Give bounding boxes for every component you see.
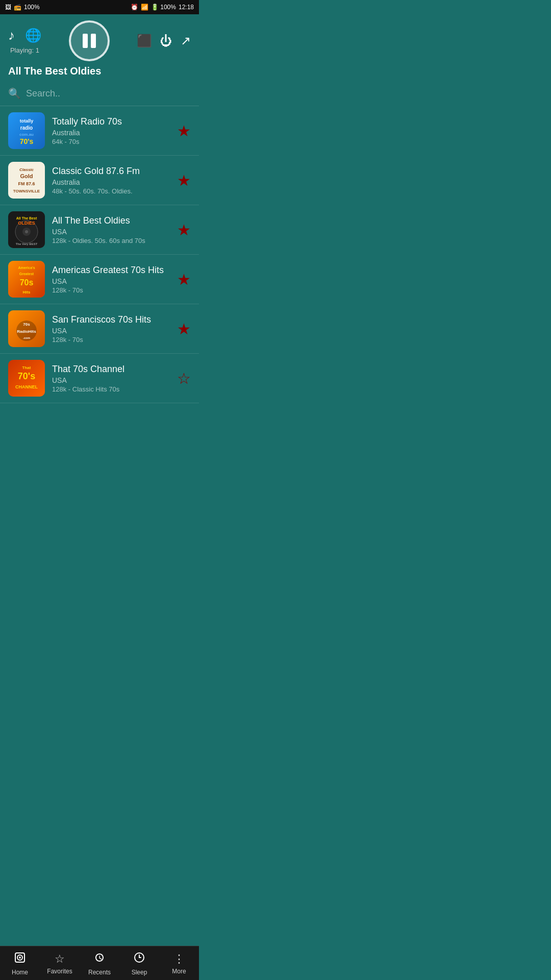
station-item[interactable]: All The Best OLDIES The Very BEST All Th… [0,205,199,255]
station-meta: 128k - Oldies. 50s. 60s and 70s [52,237,170,244]
status-bar: 🖼 📻 100% ⏰ 📶 🔋 100% 12:18 [0,0,199,14]
ctrl-left-group: ♪ 🌐 Playing: 1 [8,28,41,54]
wifi-icon: 📶 [141,4,148,11]
svg-text:70's: 70's [18,371,35,381]
pause-icon [83,34,96,48]
svg-point-14 [25,230,28,233]
svg-text:Greatest: Greatest [19,272,34,276]
station-logo: All The Best OLDIES The Very BEST [8,211,45,248]
station-country: USA [52,376,170,384]
station-info: All The Best Oldies USA 128k - Oldies. 5… [52,215,170,244]
station-logo: totally radio com.au 70's [8,112,45,149]
globe-icon[interactable]: 🌐 [25,28,41,43]
status-left: 🖼 📻 100% [5,4,40,11]
station-info: Americas Greatest 70s Hits USA 128k - 70… [52,265,170,294]
favorite-star[interactable]: ★ [177,271,191,288]
station-item[interactable]: 70s RadioHits .com San Franciscos 70s Hi… [0,304,199,354]
signal-number: 100% [24,4,40,11]
svg-text:That: That [22,365,31,370]
station-name: Classic Gold 87.6 Fm [52,166,170,177]
now-playing-title: All The Best Oldies [8,65,191,77]
svg-text:totally: totally [20,118,34,124]
station-name: That 70s Channel [52,364,170,375]
station-country: Australia [52,129,170,137]
station-name: All The Best Oldies [52,215,170,226]
gallery-icon: 🖼 [5,4,11,11]
station-info: San Franciscos 70s Hits USA 128k - 70s [52,314,170,344]
controls-row: ♪ 🌐 Playing: 1 ⬛ ⏻ ↗ [8,20,191,61]
favorite-star[interactable]: ☆ [177,370,191,387]
player-header: ♪ 🌐 Playing: 1 ⬛ ⏻ ↗ All The Best Oldies [0,14,199,82]
station-name: San Franciscos 70s Hits [52,314,170,325]
svg-text:com.au: com.au [19,132,34,137]
station-meta: 48k - 50s. 60s. 70s. Oldies. [52,187,170,195]
station-country: USA [52,228,170,236]
stop-button[interactable]: ⬛ [137,34,152,48]
search-input[interactable] [26,88,191,99]
clock-time: 12:18 [179,4,194,11]
radio-app-icon: 📻 [14,4,21,11]
svg-text:.com: .com [23,336,30,339]
svg-text:RadioHits: RadioHits [17,329,36,334]
station-item[interactable]: That 70's CHANNEL That 70s Channel USA 1… [0,354,199,403]
svg-text:70's: 70's [20,137,34,145]
music-note-icon[interactable]: ♪ [8,28,15,43]
svg-text:The Very BEST: The Very BEST [16,242,38,246]
svg-text:70s: 70s [23,322,30,327]
search-bar[interactable]: 🔍 [0,82,199,106]
svg-text:All The Best: All The Best [16,216,37,220]
station-list: totally radio com.au 70's Totally Radio … [0,106,199,403]
station-country: Australia [52,178,170,186]
playing-label: Playing: 1 [10,46,39,54]
station-logo: That 70's CHANNEL [8,360,45,397]
favorite-star[interactable]: ★ [177,320,191,338]
share-button[interactable]: ↗ [181,34,191,48]
svg-text:OLDIES: OLDIES [18,220,35,226]
station-logo: America's Greatest 70s Hits [8,261,45,298]
favorite-star[interactable]: ★ [177,221,191,239]
svg-text:CHANNEL: CHANNEL [15,384,38,389]
svg-text:Gold: Gold [20,173,33,179]
station-logo: Classic Gold FM 87.6 TOWNSVILLE [8,162,45,199]
ctrl-right-group: ⬛ ⏻ ↗ [137,34,191,48]
battery-indicator: 🔋 100% [151,4,176,11]
favorite-star[interactable]: ★ [177,172,191,189]
station-item[interactable]: Classic Gold FM 87.6 TOWNSVILLE Classic … [0,156,199,205]
svg-text:radio: radio [20,125,33,131]
station-logo: 70s RadioHits .com [8,310,45,347]
power-button[interactable]: ⏻ [160,34,172,48]
station-info: Totally Radio 70s Australia 64k - 70s [52,116,170,145]
svg-text:Hits: Hits [22,290,31,295]
station-country: USA [52,327,170,335]
pause-button[interactable] [69,20,110,61]
station-info: Classic Gold 87.6 Fm Australia 48k - 50s… [52,166,170,195]
svg-text:70s: 70s [20,278,34,287]
alarm-icon: ⏰ [131,4,138,11]
favorite-star[interactable]: ★ [177,122,191,140]
svg-text:Classic: Classic [19,167,34,172]
search-icon: 🔍 [8,87,21,100]
station-meta: 128k - 70s [52,336,170,344]
station-item[interactable]: America's Greatest 70s Hits Americas Gre… [0,255,199,304]
station-meta: 128k - Classic Hits 70s [52,385,170,393]
status-right: ⏰ 📶 🔋 100% 12:18 [131,4,194,11]
station-meta: 64k - 70s [52,138,170,145]
station-name: Totally Radio 70s [52,116,170,127]
station-info: That 70s Channel USA 128k - Classic Hits… [52,364,170,393]
station-meta: 128k - 70s [52,286,170,294]
svg-text:TOWNSVILLE: TOWNSVILLE [13,189,40,193]
station-item[interactable]: totally radio com.au 70's Totally Radio … [0,106,199,156]
station-name: Americas Greatest 70s Hits [52,265,170,276]
svg-text:FM 87.6: FM 87.6 [18,181,35,186]
station-country: USA [52,277,170,285]
svg-text:America's: America's [18,266,35,270]
